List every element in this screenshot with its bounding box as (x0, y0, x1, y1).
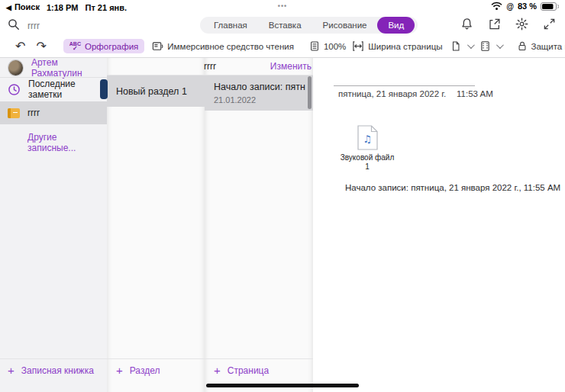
chevron-down-icon (467, 41, 474, 49)
clock-icon (8, 83, 21, 96)
section-item-selected[interactable]: Новый раздел 1 (107, 76, 205, 107)
audio-file-icon: ♫ (357, 125, 378, 150)
audio-file-object[interactable]: ♫ Звуковой файл 1 (336, 125, 399, 172)
ribbon-tabs: Главная Вставка Рисование Вид (200, 17, 418, 34)
ribbon-tab-row: rrrr Главная Вставка Рисование Вид (0, 15, 565, 35)
notebook-icon (8, 108, 20, 118)
status-bar: ◀ Поиск 1:18 PM Пт 21 янв. ••• @ 83 % (0, 0, 565, 15)
svg-text:♫: ♫ (363, 133, 372, 145)
sidebar-item-other-notebooks[interactable]: Другие записные... (0, 133, 107, 152)
undo-button[interactable]: ↶ (15, 40, 25, 53)
add-section-label: Раздел (130, 365, 160, 376)
tab-draw[interactable]: Рисование (312, 17, 378, 34)
orientation-lock-icon: @ (506, 2, 514, 11)
home-indicator[interactable] (206, 384, 359, 387)
password-protect-label: Защита паролем (531, 42, 565, 51)
recording-note-text: Начало записи: пятница, 21 января 2022 г… (345, 183, 560, 192)
page-width-icon (352, 40, 364, 52)
note-date: пятница, 21 января 2022 г. (338, 89, 446, 98)
add-page-label: Страница (228, 365, 269, 376)
page-item-selected[interactable]: Начало записи: пятни... 21.01.2022 (205, 76, 313, 111)
tab-insert[interactable]: Вставка (258, 17, 312, 34)
zoom-value: 100% (324, 42, 346, 51)
paper-format-button[interactable] (480, 40, 502, 52)
view-toolbar: ↶ ↷ ABC✓ Орфография Иммерсивное средство… (0, 35, 565, 58)
add-notebook-button[interactable]: + Записная книжка (8, 365, 94, 376)
immersive-reader-label: Иммерсивное средство чтения (167, 42, 294, 51)
plus-icon: + (116, 365, 123, 376)
search-icon (8, 18, 20, 34)
note-time: 11:53 AM (457, 89, 493, 98)
notebooks-sidebar: Артем Рахматулин Последние заметки rrrr … (0, 58, 108, 392)
page-canvas[interactable]: пятница, 21 января 2022 г. 11:53 AM ♫ Зв… (313, 58, 565, 392)
workspace: Артем Рахматулин Последние заметки rrrr … (0, 58, 565, 392)
redo-button[interactable]: ↷ (36, 40, 46, 53)
section-label: Новый раздел 1 (116, 86, 187, 97)
new-page-style-button[interactable] (450, 40, 473, 52)
plus-icon: + (214, 365, 221, 376)
settings-gear-icon[interactable] (515, 18, 528, 31)
avatar (8, 59, 24, 76)
chevron-down-icon (496, 41, 503, 49)
immersive-reader-icon (152, 40, 163, 52)
spellcheck-abc-icon: ABC✓ (69, 41, 81, 51)
sections-column (107, 58, 205, 392)
paper-columns-icon (480, 40, 490, 52)
lock-icon (517, 40, 528, 52)
share-icon[interactable] (488, 18, 501, 31)
page-item-date: 21.01.2022 (214, 95, 305, 104)
search-field[interactable]: rrrr (8, 18, 40, 34)
multitask-dots-icon[interactable]: ••• (0, 2, 565, 10)
other-notebooks-label: Другие записные... (27, 132, 107, 153)
page-item-title: Начало записи: пятни... (214, 82, 305, 92)
onenote-app: ◀ Поиск 1:18 PM Пт 21 янв. ••• @ 83 % rr… (0, 0, 565, 392)
account-name: Артем Рахматулин (31, 57, 107, 79)
notifications-bell-icon[interactable] (460, 18, 473, 31)
add-page-button[interactable]: + Страница (214, 365, 269, 376)
tab-home[interactable]: Главная (203, 17, 258, 34)
note-title-underline (334, 85, 475, 86)
recent-notes-label: Последние заметки (28, 79, 107, 100)
tab-view[interactable]: Вид (377, 17, 415, 34)
spell-check-label: Орфография (85, 42, 138, 51)
account-row[interactable]: Артем Рахматулин (0, 59, 107, 76)
plus-icon: + (8, 365, 15, 376)
zoom-page-icon (309, 40, 320, 52)
zoom-button[interactable]: 100% (309, 40, 346, 52)
wifi-icon (491, 2, 502, 11)
notebook-label: rrrr (27, 108, 40, 118)
spell-check-button[interactable]: ABC✓ Орфография (63, 39, 144, 53)
fullscreen-expand-icon[interactable] (543, 18, 556, 31)
add-section-button[interactable]: + Раздел (116, 365, 160, 376)
audio-file-label: Звуковой файл (336, 153, 399, 162)
sidebar-item-notebook-rrrr[interactable]: rrrr (0, 101, 107, 124)
battery-percent: 83 % (518, 2, 537, 11)
search-value: rrrr (27, 21, 40, 31)
battery-icon (541, 2, 559, 11)
page-width-label: Ширина страницы (368, 42, 442, 51)
pages-scrollbar[interactable] (308, 76, 312, 109)
immersive-reader-button[interactable]: Иммерсивное средство чтения (152, 40, 294, 52)
page-icon (450, 40, 461, 52)
sidebar-item-recent-notes[interactable]: Последние заметки (0, 78, 107, 101)
page-width-button[interactable]: Ширина страницы (352, 40, 442, 52)
footer-divider (0, 358, 313, 359)
password-protect-button[interactable]: Защита паролем (517, 40, 565, 52)
audio-file-number: 1 (336, 162, 399, 172)
section-color-tab (100, 79, 108, 99)
edit-button[interactable]: Изменить (252, 61, 312, 72)
add-notebook-label: Записная книжка (21, 365, 94, 376)
